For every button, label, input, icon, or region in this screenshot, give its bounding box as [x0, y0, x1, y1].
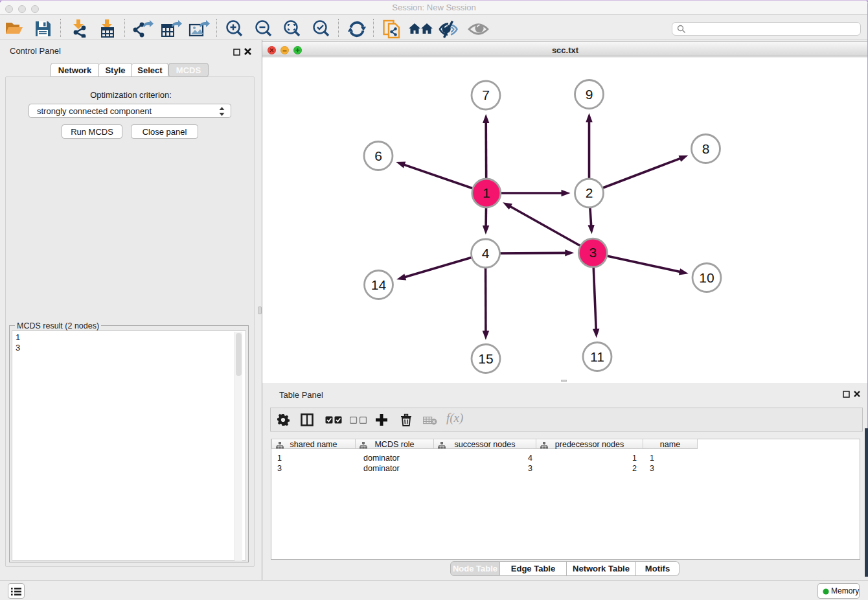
- svg-text:9: 9: [586, 87, 593, 102]
- svg-text:4: 4: [482, 246, 490, 260]
- svg-text:11: 11: [590, 349, 604, 364]
- svg-text:10: 10: [699, 270, 714, 285]
- svg-text:6: 6: [374, 148, 382, 163]
- svg-text:14: 14: [371, 277, 387, 292]
- svg-text:1: 1: [483, 185, 490, 200]
- svg-text:3: 3: [589, 245, 597, 260]
- svg-text:2: 2: [586, 185, 593, 200]
- svg-text:15: 15: [478, 351, 493, 366]
- svg-text:7: 7: [482, 87, 490, 102]
- svg-text:8: 8: [702, 141, 710, 156]
